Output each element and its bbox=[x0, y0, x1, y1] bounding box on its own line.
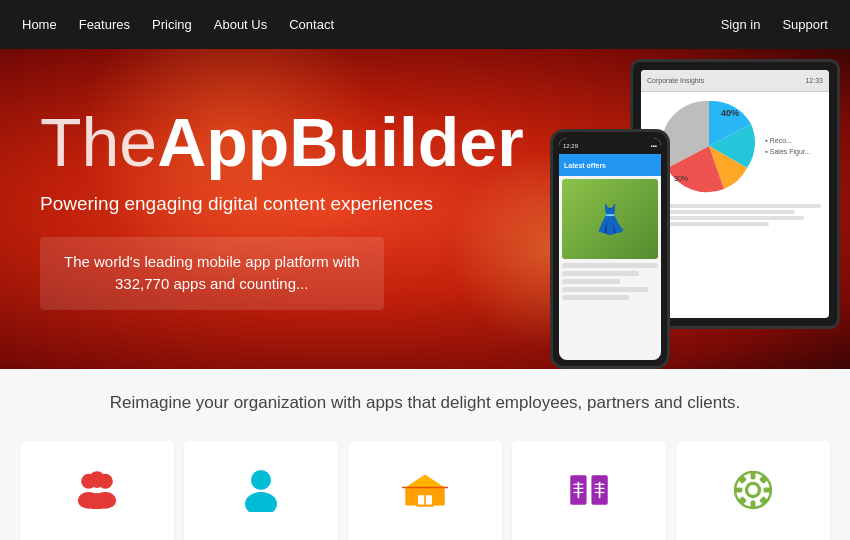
phone-image: 👗 bbox=[562, 179, 658, 259]
nav-left: Home Features Pricing About Us Contact bbox=[20, 13, 336, 36]
nav-signin[interactable]: Sign in bbox=[719, 13, 763, 36]
features-row bbox=[0, 431, 850, 540]
nav-home[interactable]: Home bbox=[20, 13, 59, 36]
feature-card-4 bbox=[676, 441, 830, 540]
feature-icon-store bbox=[402, 470, 448, 519]
svg-point-9 bbox=[245, 492, 277, 512]
svg-point-7 bbox=[85, 492, 108, 508]
phone-line-4 bbox=[562, 287, 648, 292]
hero-subtitle: Powering engaging digital content experi… bbox=[40, 192, 520, 217]
legend-item-1: ▪ Reco... bbox=[765, 135, 810, 146]
tablet-title: Corporate Insights bbox=[647, 77, 704, 84]
feature-icon-book bbox=[567, 471, 611, 518]
svg-point-4 bbox=[89, 471, 106, 488]
tablet-header: Corporate Insights 12:33 bbox=[641, 70, 829, 92]
phone-header-label: Latest offers bbox=[564, 162, 606, 169]
hero-description: The world's leading mobile app platform … bbox=[64, 251, 360, 296]
svg-point-8 bbox=[251, 470, 271, 490]
feature-card-1 bbox=[184, 441, 338, 540]
feature-card-0 bbox=[20, 441, 174, 540]
svg-point-26 bbox=[748, 485, 758, 495]
phone-screen: 12:29 ▪▪▪ Latest offers 👗 bbox=[559, 138, 661, 360]
nav-pricing[interactable]: Pricing bbox=[150, 13, 194, 36]
legend-item-2: ▪ Sales Figur... bbox=[765, 146, 810, 157]
pie-chart: 40% 30% bbox=[659, 96, 759, 196]
svg-text:30%: 30% bbox=[674, 175, 688, 182]
nav-about[interactable]: About Us bbox=[212, 13, 269, 36]
device-phone: 12:29 ▪▪▪ Latest offers 👗 bbox=[550, 129, 670, 369]
navbar: Home Features Pricing About Us Contact S… bbox=[0, 0, 850, 49]
phone-line-2 bbox=[562, 271, 639, 276]
phone-content: 👗 bbox=[559, 176, 661, 306]
nav-support[interactable]: Support bbox=[780, 13, 830, 36]
phone-line-3 bbox=[562, 279, 620, 284]
subhero-section: Reimagine your organization with apps th… bbox=[0, 369, 850, 431]
chart-legend: ▪ Reco... ▪ Sales Figur... bbox=[765, 135, 810, 157]
feature-icon-cog bbox=[731, 468, 775, 521]
nav-features[interactable]: Features bbox=[77, 13, 132, 36]
phone-line-1 bbox=[562, 263, 658, 268]
hero-section: TheAppBuilder Powering engaging digital … bbox=[0, 49, 850, 369]
hero-desc-box: The world's leading mobile app platform … bbox=[40, 237, 384, 310]
feature-card-2 bbox=[348, 441, 502, 540]
nav-right: Sign in Support bbox=[719, 13, 830, 36]
nav-contact[interactable]: Contact bbox=[287, 13, 336, 36]
phone-line-5 bbox=[562, 295, 629, 300]
tablet-time: 12:33 bbox=[805, 77, 823, 84]
feature-icon-person bbox=[243, 468, 279, 521]
subhero-text: Reimagine your organization with apps th… bbox=[20, 393, 830, 413]
hero-title-bold: AppBuilder bbox=[157, 104, 523, 180]
hero-title: TheAppBuilder bbox=[40, 108, 520, 176]
phone-header: Latest offers bbox=[559, 154, 661, 176]
svg-text:40%: 40% bbox=[721, 108, 739, 118]
phone-time: 12:29 bbox=[563, 143, 578, 149]
svg-marker-11 bbox=[405, 474, 444, 487]
phone-status-bar: 12:29 ▪▪▪ bbox=[559, 138, 661, 154]
phone-signal: ▪▪▪ bbox=[651, 143, 657, 149]
hero-content: TheAppBuilder Powering engaging digital … bbox=[0, 108, 560, 310]
hero-devices: Corporate Insights 12:33 bbox=[540, 49, 850, 369]
feature-icon-people bbox=[72, 471, 122, 518]
hero-title-thin: The bbox=[40, 104, 157, 180]
feature-card-3 bbox=[512, 441, 666, 540]
